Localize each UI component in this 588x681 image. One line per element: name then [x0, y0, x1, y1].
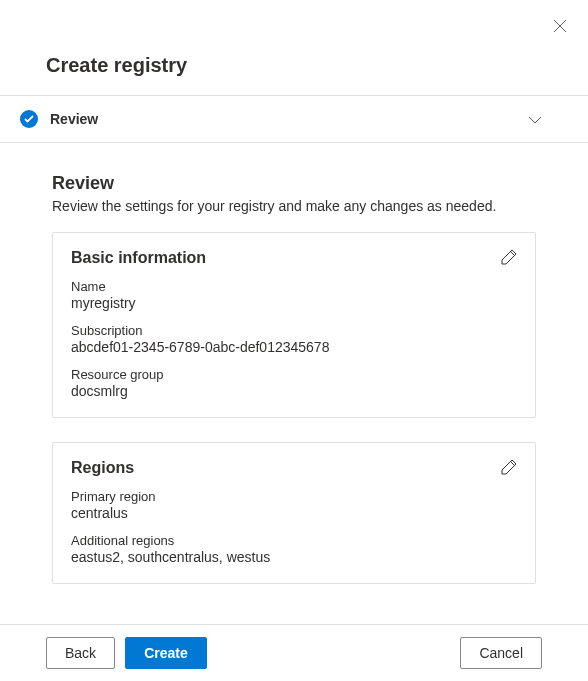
field-value: docsmlrg — [71, 383, 517, 399]
close-icon — [553, 19, 567, 37]
field-label: Resource group — [71, 367, 517, 382]
checkmark-icon — [20, 110, 38, 128]
basic-information-card: Basic information Name myregistry Subscr… — [52, 232, 536, 418]
edit-basic-info-button[interactable] — [497, 247, 521, 271]
field-primary-region: Primary region centralus — [71, 489, 517, 521]
field-name: Name myregistry — [71, 279, 517, 311]
card-title: Basic information — [71, 249, 517, 267]
field-resource-group: Resource group docsmlrg — [71, 367, 517, 399]
field-additional-regions: Additional regions eastus2, southcentral… — [71, 533, 517, 565]
back-button[interactable]: Back — [46, 637, 115, 669]
edit-regions-button[interactable] — [497, 457, 521, 481]
field-label: Additional regions — [71, 533, 517, 548]
pencil-icon — [501, 459, 517, 479]
footer: Back Create Cancel — [0, 624, 588, 681]
content-area: Review Review the settings for your regi… — [0, 143, 588, 601]
cancel-button[interactable]: Cancel — [460, 637, 542, 669]
regions-card: Regions Primary region centralus Additio… — [52, 442, 536, 584]
section-description: Review the settings for your registry an… — [52, 198, 536, 214]
field-value: eastus2, southcentralus, westus — [71, 549, 517, 565]
field-subscription: Subscription abcdef01-2345-6789-0abc-def… — [71, 323, 517, 355]
field-label: Primary region — [71, 489, 517, 504]
create-button[interactable]: Create — [125, 637, 207, 669]
step-label: Review — [50, 111, 528, 127]
field-value: abcdef01-2345-6789-0abc-def012345678 — [71, 339, 517, 355]
field-label: Name — [71, 279, 517, 294]
field-value: centralus — [71, 505, 517, 521]
step-review-header[interactable]: Review — [0, 96, 588, 143]
close-button[interactable] — [548, 16, 572, 40]
field-value: myregistry — [71, 295, 517, 311]
section-title: Review — [52, 173, 536, 194]
panel-title: Create registry — [0, 0, 588, 96]
field-label: Subscription — [71, 323, 517, 338]
chevron-down-icon — [528, 110, 542, 128]
pencil-icon — [501, 249, 517, 269]
card-title: Regions — [71, 459, 517, 477]
spacer — [217, 637, 451, 669]
